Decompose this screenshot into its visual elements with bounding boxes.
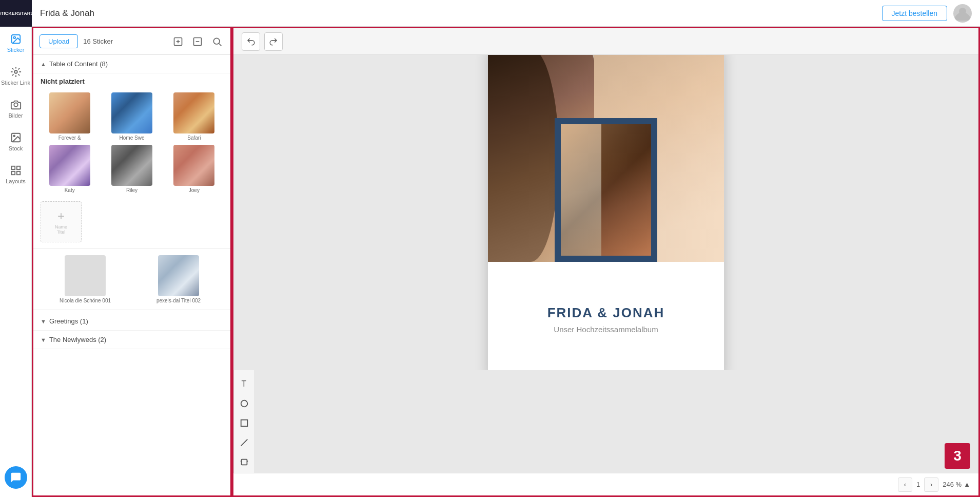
redo-button[interactable]	[264, 32, 283, 51]
book-page: FRIDA & JONAH Unser Hochzeitssammelalbum	[488, 55, 724, 370]
divider-2	[33, 310, 230, 310]
sidebar-item-layouts[interactable]: Layouts	[0, 158, 32, 191]
section-greetings[interactable]: ▼ Greetings (1)	[33, 312, 230, 331]
panel-stickers: 2 Upload 16 Sticker	[32, 27, 232, 497]
panel-toolbar: Upload 16 Sticker	[33, 28, 230, 55]
nicht-platziert-label: Nicht platziert	[33, 73, 230, 88]
sticker-label-joey: Joey	[189, 187, 200, 193]
plus-icon: +	[57, 209, 65, 223]
canvas-content: Cover	[233, 55, 978, 370]
sticker-item-joey[interactable]: Joey	[165, 145, 223, 193]
sticker-grid-bottom: Nicola die Schöne 001 pexels-dai Titel 0…	[33, 251, 230, 308]
bottom-bar: ‹ 1 › 246 % ▲ 3	[233, 473, 978, 495]
zoom-display: 246 % ▲	[943, 481, 970, 488]
search-icon[interactable]	[210, 34, 224, 49]
add-icon[interactable]	[171, 34, 185, 49]
svg-rect-21	[241, 460, 247, 465]
undo-button[interactable]	[242, 32, 260, 51]
camera-icon	[10, 99, 22, 110]
svg-rect-7	[16, 166, 19, 169]
canvas-toolbar	[233, 28, 978, 55]
rect-tool-button[interactable]	[237, 415, 252, 431]
sticker-item-nicola[interactable]: Nicola die Schöne 001	[41, 255, 130, 303]
text-tool-button[interactable]: T	[237, 376, 252, 392]
main-container: Frida & Jonah Jetzt bestellen 1 2 Upload…	[32, 0, 980, 497]
sidebar-item-sticker[interactable]: Sticker	[0, 27, 32, 60]
svg-rect-9	[16, 171, 19, 175]
prev-page-button[interactable]: ‹	[898, 477, 912, 492]
order-button[interactable]: Jetzt bestellen	[882, 6, 948, 21]
sidebar-item-bilder[interactable]: Bilder	[0, 92, 32, 125]
sticker-img-riley	[111, 145, 152, 186]
circle-tool-button[interactable]	[237, 396, 252, 411]
svg-point-2	[14, 70, 17, 73]
remove-icon[interactable]	[190, 34, 205, 49]
sidebar: STICKERSTARS Sticker Sticker Link Bilder…	[0, 0, 32, 497]
sticker-item-home[interactable]: Home Swe	[103, 92, 161, 141]
badge-3: 3	[945, 443, 970, 469]
section-newlyweds[interactable]: ▼ The Newlyweds (2)	[33, 331, 230, 349]
sticker-img-joey	[173, 145, 214, 186]
sticker-label-home: Home Swe	[120, 135, 145, 141]
face-dark	[488, 55, 559, 262]
svg-point-16	[213, 38, 220, 44]
link-icon	[10, 66, 22, 78]
divider-1	[33, 249, 230, 249]
chat-button[interactable]	[5, 466, 27, 489]
chevron-up-icon: ▲	[41, 61, 46, 67]
content-area: 1 2 Upload 16 Sticker	[32, 27, 980, 497]
add-sticker-placeholder[interactable]: + Name Titel	[41, 201, 82, 242]
sticker-item-katy[interactable]: Katy	[41, 145, 99, 193]
sticker-label-katy: Katy	[65, 187, 75, 193]
sidebar-item-sticker-link[interactable]: Sticker Link	[0, 60, 32, 92]
chevron-down-icon-greetings: ▼	[41, 318, 46, 324]
sticker-label-safari: Safari	[187, 135, 201, 141]
crop-tool-button[interactable]	[237, 454, 252, 470]
svg-point-5	[13, 135, 15, 137]
sticker-icon	[10, 33, 22, 45]
sticker-img-nicola	[65, 255, 106, 296]
inset-frame	[555, 118, 657, 262]
next-page-button[interactable]: ›	[924, 477, 938, 492]
sticker-label-nicola: Nicola die Schöne 001	[60, 298, 111, 303]
svg-rect-8	[11, 171, 14, 175]
sticker-img-home	[111, 92, 152, 133]
page-number: 1	[916, 481, 920, 488]
chat-icon	[10, 472, 22, 483]
sticker-img-forever	[49, 92, 90, 133]
page-title: Frida & Jonah	[40, 8, 876, 18]
inset-photo	[561, 124, 651, 256]
section-table-of-content[interactable]: ▲ Table of Content (8)	[33, 55, 230, 73]
svg-line-20	[241, 439, 247, 446]
svg-point-3	[14, 103, 17, 106]
app-logo: STICKERSTARS	[0, 0, 32, 27]
cover-title: FRIDA & JONAH	[547, 305, 665, 321]
sidebar-item-stock[interactable]: Stock	[0, 125, 32, 158]
sticker-img-safari	[173, 92, 214, 133]
sticker-label-forever: Forever &	[58, 135, 81, 141]
sticker-item-forever[interactable]: Forever &	[41, 92, 99, 141]
chevron-down-icon-newlyweds: ▼	[41, 337, 46, 343]
svg-rect-6	[11, 166, 14, 169]
cover-background: FRIDA & JONAH Unser Hochzeitssammelalbum	[488, 55, 724, 370]
cover-subtitle: Unser Hochzeitssammelalbum	[554, 325, 658, 334]
upload-button[interactable]: Upload	[40, 34, 78, 48]
sticker-item-riley[interactable]: Riley	[103, 145, 161, 193]
zoom-up-icon: ▲	[964, 481, 970, 488]
inset-overlay	[561, 124, 651, 256]
svg-rect-19	[241, 420, 247, 427]
line-tool-button[interactable]	[237, 435, 252, 450]
svg-line-17	[219, 43, 222, 46]
svg-point-1	[13, 36, 15, 39]
grid-icon	[10, 165, 22, 176]
canvas-area: Cover	[232, 27, 980, 497]
sticker-img-katy	[49, 145, 90, 186]
sticker-label-pexels: pexels-dai Titel 002	[156, 298, 201, 303]
svg-point-18	[241, 400, 247, 407]
image-icon	[10, 132, 22, 143]
cover-text-area: FRIDA & JONAH Unser Hochzeitssammelalbum	[488, 262, 724, 370]
avatar[interactable]	[953, 4, 972, 23]
panel-content: ▲ Table of Content (8) Nicht platziert F…	[33, 55, 230, 495]
sticker-item-pexels[interactable]: pexels-dai Titel 002	[134, 255, 223, 303]
sticker-item-safari[interactable]: Safari	[165, 92, 223, 141]
